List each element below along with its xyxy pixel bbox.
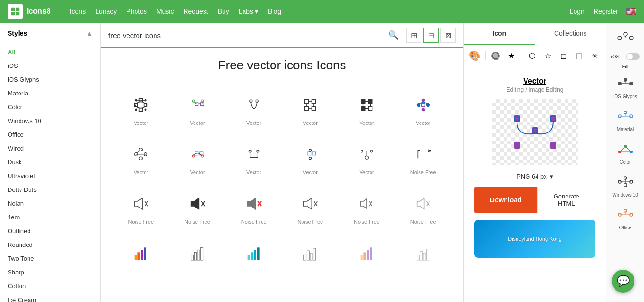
app-logo[interactable]: Icons8	[8, 4, 51, 19]
sidebar-collapse-icon[interactable]: ▲	[86, 29, 93, 37]
nav-photos[interactable]: Photos	[126, 8, 147, 15]
list-item[interactable]: Noise Free	[341, 186, 393, 230]
list-item[interactable]: Noise Free	[397, 186, 449, 230]
sidebar-item-cotton[interactable]: Cotton	[0, 279, 100, 293]
list-item[interactable]: Noise Free	[397, 136, 449, 181]
square-dotted-icon[interactable]: ◫	[573, 49, 585, 62]
sidebar-item-dusk[interactable]: Dusk	[0, 155, 100, 169]
svg-rect-106	[370, 247, 372, 260]
sidebar-item-two-tone[interactable]: Two Tone	[0, 252, 100, 265]
nav-request[interactable]: Request	[183, 8, 208, 15]
sidebar-item-sharp[interactable]: Sharp	[0, 265, 100, 279]
list-item[interactable]: Vector	[115, 136, 167, 181]
tab-icon[interactable]: Icon	[464, 23, 535, 45]
icon-image	[128, 191, 153, 216]
icon-image	[298, 191, 322, 216]
list-item[interactable]: Vector	[172, 136, 224, 181]
view-grid-small[interactable]: ⊞	[406, 28, 421, 43]
chat-bubble[interactable]: 💬	[612, 270, 634, 293]
list-item[interactable]: Vector	[284, 87, 336, 132]
list-item[interactable]	[172, 235, 224, 274]
ios-toggle[interactable]	[626, 53, 640, 60]
svg-rect-91	[191, 255, 194, 260]
shape-icon[interactable]: ◻	[557, 49, 570, 62]
asterisk-icon[interactable]: ✳	[588, 49, 601, 62]
download-button[interactable]: Download	[474, 187, 537, 213]
download-row: Download Generate HTML	[474, 187, 595, 213]
svg-rect-98	[257, 247, 259, 260]
search-input[interactable]	[108, 31, 384, 39]
list-item[interactable]	[228, 235, 280, 274]
sidebar-item-office[interactable]: Office	[0, 128, 100, 142]
sidebar-item-material[interactable]: Material	[0, 86, 100, 100]
sidebar-item-rounded[interactable]: Rounded	[0, 238, 100, 252]
style-item-color[interactable]: Color	[608, 138, 643, 168]
nav-buy[interactable]: Buy	[218, 8, 229, 15]
list-item[interactable]	[115, 235, 167, 274]
add-collection-icon[interactable]: 🔘	[489, 49, 502, 62]
list-item[interactable]	[397, 235, 449, 274]
list-item[interactable]	[341, 235, 393, 274]
view-grid-medium[interactable]: ⊟	[423, 28, 439, 43]
list-item[interactable]: Vector	[228, 87, 280, 132]
color-wheel-icon[interactable]: 🎨	[468, 49, 481, 62]
nav-lunacy[interactable]: Lunacy	[95, 8, 117, 15]
nav-login[interactable]: Login	[570, 8, 586, 15]
style-label-color: Color	[620, 160, 631, 165]
main-layout: Styles ▲ All iOS iOS Glyphs Material Col…	[0, 23, 644, 302]
sidebar-item-wired[interactable]: Wired	[0, 142, 100, 155]
nav-music[interactable]: Music	[156, 8, 174, 15]
sidebar-item-nolan[interactable]: Nolan	[0, 197, 100, 210]
generate-html-button[interactable]: Generate HTML	[537, 187, 596, 213]
list-item[interactable]: Noise Free	[228, 186, 280, 230]
style-item-office[interactable]: Office	[608, 203, 643, 233]
sidebar-item-outlined[interactable]: Outlined	[0, 224, 100, 238]
sidebar-item-color[interactable]: Color	[0, 100, 100, 114]
nav-register[interactable]: Register	[594, 8, 618, 15]
svg-rect-3	[16, 12, 19, 15]
list-item[interactable]: Vector	[397, 87, 449, 132]
style-item-windows10[interactable]: Windows 10	[608, 170, 643, 200]
list-item[interactable]: Vector	[284, 136, 336, 181]
style-item-ios-glyphs[interactable]: iOS Glyphs	[608, 72, 643, 102]
sidebar-item-1em[interactable]: 1em	[0, 210, 100, 224]
star-filled-icon[interactable]: ★	[505, 49, 518, 62]
svg-rect-95	[247, 255, 250, 260]
sidebar-item-windows10[interactable]: Windows 10	[0, 114, 100, 128]
style-item-material[interactable]: Material	[608, 105, 643, 135]
png-dropdown-icon[interactable]: ▾	[550, 173, 553, 180]
star-outline-icon[interactable]: ☆	[541, 49, 554, 62]
svg-rect-107	[417, 255, 419, 260]
hexagon-icon[interactable]: ⬡	[526, 49, 539, 62]
svg-rect-27	[305, 106, 309, 110]
sidebar-item-all[interactable]: All	[0, 45, 100, 59]
list-item[interactable]: Noise Free	[172, 186, 224, 230]
png-selector[interactable]: PNG 64 px ▾	[469, 173, 600, 180]
sidebar-item-ios-glyphs[interactable]: iOS Glyphs	[0, 73, 100, 86]
style-item-ios-top[interactable]	[608, 27, 643, 49]
nav-blog[interactable]: Blog	[268, 8, 281, 15]
list-item[interactable]: Vector	[172, 87, 224, 132]
flag-icon[interactable]: 🇺🇸	[626, 6, 636, 17]
sidebar-item-dotty-dots[interactable]: Dotty Dots	[0, 183, 100, 197]
icon-image	[354, 191, 379, 216]
svg-marker-75	[247, 198, 255, 209]
list-item[interactable]: Vector	[115, 87, 167, 132]
list-item[interactable]: Vector	[341, 136, 393, 181]
search-icon[interactable]: 🔍	[388, 30, 399, 40]
list-item[interactable]: Noise Free	[284, 186, 336, 230]
list-item[interactable]: Vector	[341, 87, 393, 132]
view-grid-large[interactable]: ⊠	[440, 28, 456, 43]
svg-marker-72	[191, 198, 199, 209]
nav-labs[interactable]: Labs ▾	[239, 8, 258, 15]
tab-collections[interactable]: Collections	[535, 23, 606, 45]
sidebar-item-ice-cream[interactable]: Ice Cream	[0, 293, 100, 302]
nav-icons[interactable]: Icons	[70, 8, 86, 15]
list-item[interactable]: Vector	[228, 136, 280, 181]
list-item[interactable]: Noise Free	[115, 186, 167, 230]
list-item[interactable]	[284, 235, 336, 274]
panel-promo[interactable]: Disneyland Hong Kong	[474, 220, 595, 258]
style-label-ios-glyphs: iOS Glyphs	[613, 94, 637, 99]
sidebar-item-ultraviolet[interactable]: Ultraviolet	[0, 169, 100, 183]
sidebar-item-ios[interactable]: iOS	[0, 59, 100, 73]
